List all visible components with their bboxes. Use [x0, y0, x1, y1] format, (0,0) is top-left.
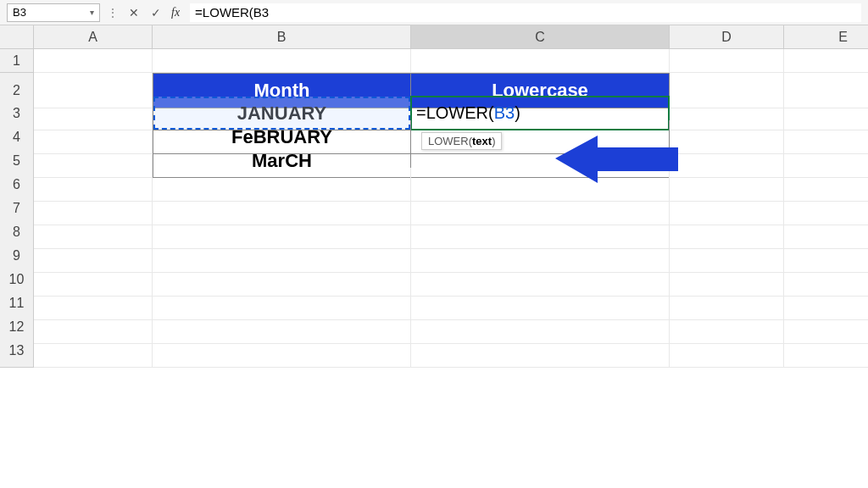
cell-b13[interactable]: [153, 334, 411, 368]
row-header-1[interactable]: 1: [0, 49, 34, 73]
select-all-corner[interactable]: [0, 25, 34, 49]
formula-input[interactable]: =LOWER(B3: [190, 3, 861, 22]
col-header-e[interactable]: E: [784, 25, 868, 49]
chevron-down-icon[interactable]: ▾: [90, 8, 94, 17]
function-tooltip[interactable]: LOWER(text): [421, 132, 502, 150]
formula-suffix: ): [515, 103, 520, 122]
tooltip-func: LOWER(: [428, 135, 472, 147]
cell-a13[interactable]: [34, 334, 153, 368]
formula-bar: B3 ▾ ⋮ ✕ ✓ fx =LOWER(B3: [0, 0, 868, 25]
cell-a1[interactable]: [34, 49, 153, 73]
col-header-c[interactable]: C: [411, 25, 670, 49]
cell-c1[interactable]: [411, 49, 670, 73]
cell-c13[interactable]: [411, 334, 670, 368]
spreadsheet-grid[interactable]: A B C D E 1 2 Month Lowercase 3 JANUARY …: [0, 25, 868, 358]
cell-b1[interactable]: [153, 49, 411, 73]
name-box[interactable]: B3 ▾: [7, 3, 100, 22]
formula-input-text: =LOWER(B3: [195, 5, 269, 19]
cell-e1[interactable]: [784, 49, 868, 73]
formula-ref: B3: [494, 103, 515, 122]
row-header-13[interactable]: 13: [0, 334, 34, 368]
cell-d1[interactable]: [670, 49, 784, 73]
cancel-icon[interactable]: ✕: [125, 6, 142, 19]
col-header-b[interactable]: B: [153, 25, 411, 49]
col-header-d[interactable]: D: [670, 25, 784, 49]
tooltip-arg: text: [472, 135, 492, 147]
formula-prefix: =LOWER(: [416, 103, 494, 122]
enter-icon[interactable]: ✓: [147, 6, 164, 19]
cell-d13[interactable]: [670, 334, 784, 368]
fx-icon[interactable]: fx: [170, 6, 185, 19]
tooltip-close: ): [492, 135, 495, 147]
separator: ⋮: [105, 6, 120, 19]
name-box-text: B3: [13, 6, 90, 19]
cell-e13[interactable]: [784, 334, 868, 368]
col-header-a[interactable]: A: [34, 25, 153, 49]
